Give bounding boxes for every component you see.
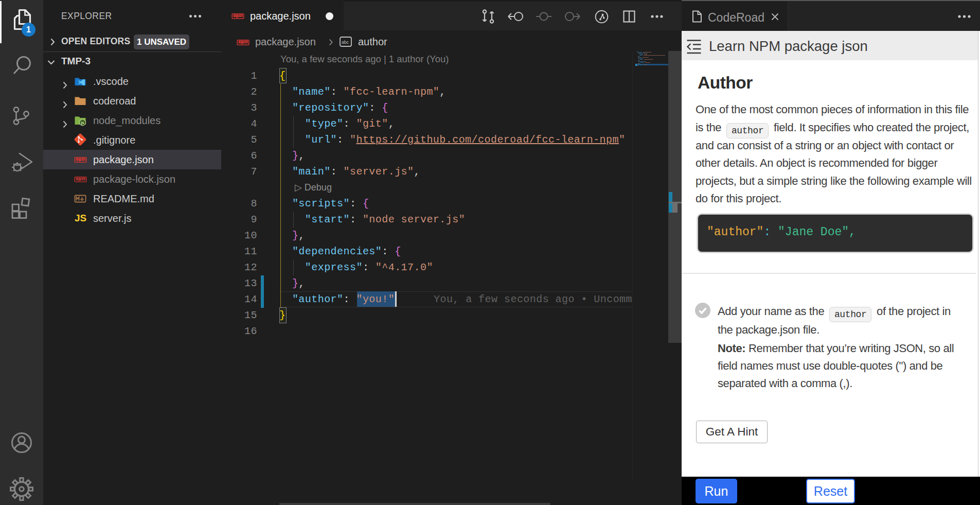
svg-text:abc: abc (342, 40, 349, 45)
